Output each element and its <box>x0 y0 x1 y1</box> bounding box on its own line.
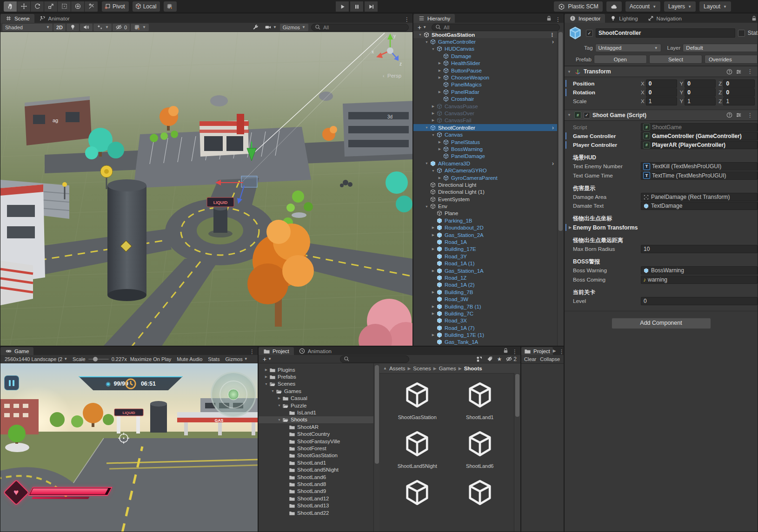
max-born-radius-input[interactable]: 10 <box>641 245 758 253</box>
local-toggle[interactable]: Local <box>133 1 160 12</box>
hierarchy-item-canvasfail[interactable]: ▶CanvasFail <box>413 117 558 124</box>
scroll-up-icon[interactable]: ▲ <box>383 366 387 370</box>
prefab-open-chevron[interactable]: › <box>552 125 554 131</box>
asset-shootland5night[interactable]: ShootLand5Night <box>387 428 447 469</box>
player-controller-object-field[interactable]: #PlayerAR (PlayerController) <box>641 141 758 149</box>
gizmos-dropdown[interactable]: Gizmos ▼ <box>280 24 308 31</box>
hierarchy-item-panelstatus[interactable]: ▶PanelStatus <box>413 138 558 145</box>
expander-icon[interactable]: ▶ <box>430 112 436 115</box>
damage-area-object-field[interactable]: PanelDamage (Rect Transform) <box>641 193 758 201</box>
script-object-field[interactable]: #ShootGame <box>641 123 758 131</box>
hierarchy-item-gamecontroller[interactable]: ▼GameController› <box>413 38 558 45</box>
pivot-toggle[interactable]: Pivot <box>102 1 129 12</box>
hierarchy-item-damage[interactable]: Damage <box>413 53 558 59</box>
transform-scale-y-input[interactable]: 1 <box>685 97 716 105</box>
rotate-tool-button[interactable] <box>31 1 44 12</box>
hierarchy-search-input[interactable]: All <box>432 24 560 31</box>
expander-icon[interactable]: ▶ <box>430 226 436 230</box>
expander-icon[interactable]: ▶ <box>430 247 436 251</box>
expander-icon[interactable]: ▼ <box>424 126 430 129</box>
tag-dropdown[interactable]: Untagged ▼ <box>595 44 661 52</box>
hierarchy-item-plane[interactable]: Plane <box>413 210 558 217</box>
tab-lighting[interactable]: Lighting <box>605 14 642 23</box>
hierarchy-item-buttonpause[interactable]: ▶ButtonPause <box>413 67 558 74</box>
text-game-time-object-field[interactable]: TTextTime (TextMeshProUGUI) <box>641 171 758 180</box>
help-icon[interactable] <box>726 68 733 75</box>
hierarchy-item-panelmagics[interactable]: PanelMagics <box>413 81 558 88</box>
maximize-on-play-toggle[interactable]: Maximize On Play <box>128 355 174 363</box>
search-by-label-icon[interactable] <box>486 355 493 362</box>
hierarchy-item-gas-tank-1a[interactable]: Gas_Tank_1A <box>413 339 558 346</box>
project-tree-scrollbar[interactable] <box>373 363 380 532</box>
asset-partial[interactable] <box>450 477 510 518</box>
hierarchy-item-paneldamage[interactable]: PanelDamage <box>413 153 558 160</box>
asset-shootland1[interactable]: ShootLand1 <box>450 379 510 420</box>
custom-tools-button[interactable] <box>85 1 98 12</box>
shading-mode-dropdown[interactable]: Shaded ▼ <box>2 24 53 31</box>
hierarchy-item-canvasover[interactable]: ▶CanvasOver <box>413 110 558 117</box>
layer-dropdown[interactable]: Default <box>683 44 758 52</box>
rect-tool-button[interactable] <box>58 1 71 12</box>
hierarchy-item-healthslider[interactable]: ▶HealthSlider <box>413 60 558 67</box>
expander-icon[interactable]: ▼ <box>430 47 436 51</box>
tab-game[interactable]: Game <box>0 347 33 355</box>
static-checkbox[interactable] <box>738 30 745 37</box>
tab-hierarchy[interactable]: Hierarchy <box>413 14 455 23</box>
pause-button[interactable] <box>350 1 363 12</box>
expander-icon[interactable]: ▶ <box>263 375 269 379</box>
transform-rotation-z-input[interactable]: 0 <box>723 88 755 97</box>
hierarchy-item-chooseweapon[interactable]: ▶ChooseWeapon <box>413 74 558 81</box>
transform-rotation-x-input[interactable]: 0 <box>646 88 677 97</box>
expander-icon[interactable]: ▶ <box>437 176 443 180</box>
scene-audio-toggle[interactable] <box>80 24 93 31</box>
grid-visibility-dropdown[interactable]: ▼ <box>131 24 149 31</box>
hierarchy-item-canvaspuase[interactable]: ▶CanvasPuase <box>413 103 558 110</box>
step-button[interactable] <box>365 1 378 12</box>
object-name-field[interactable]: ShootController <box>596 28 735 38</box>
lock-icon[interactable] <box>751 15 758 22</box>
expander-icon[interactable]: ▼ <box>270 389 276 393</box>
expander-icon[interactable]: ▶ <box>437 76 443 79</box>
2d-toggle[interactable]: 2D <box>53 24 66 31</box>
stats-toggle[interactable]: Stats <box>206 355 222 363</box>
tab-inspector[interactable]: Inspector <box>565 14 605 23</box>
prefab-select-button[interactable]: Select <box>649 55 702 64</box>
assets-scrollbar[interactable] <box>514 373 520 532</box>
hierarchy-item-gas-station-2a[interactable]: ▶Gas_Station_2A <box>413 231 558 238</box>
expander-icon[interactable]: ▼ <box>276 404 282 407</box>
hierarchy-item-building-7b-1[interactable]: ▶Building_7B (1) <box>413 303 558 310</box>
folder-island1[interactable]: IsLand1 <box>259 409 373 416</box>
prefab-open-chevron[interactable]: › <box>552 160 554 167</box>
clear-button[interactable]: Clear <box>524 356 536 362</box>
expander-icon[interactable]: ▶ <box>263 368 269 372</box>
hierarchy-item-road-3x[interactable]: Road_3X <box>413 317 558 324</box>
layers-dropdown[interactable]: Layers ▼ <box>664 1 696 12</box>
tab-animator[interactable]: Animator <box>34 14 74 23</box>
folder-shootcountry[interactable]: ShootCountry <box>259 431 373 438</box>
expander-icon[interactable]: ▼ <box>263 382 269 386</box>
expander-icon[interactable]: ▼ <box>276 418 282 421</box>
hierarchy-item-crosshair[interactable]: Crosshair <box>413 96 558 103</box>
hierarchy-item-shootgasstation[interactable]: ▼ShootGasStation⋮ <box>413 31 558 38</box>
component-menu-icon[interactable]: ⋮ <box>745 68 756 75</box>
folder-shootland8[interactable]: ShootLand8 <box>259 480 373 487</box>
hierarchy-item-bosswarning[interactable]: ▶BossWarning <box>413 145 558 152</box>
hierarchy-item-directional-light[interactable]: Directional Light <box>413 181 558 188</box>
play-button[interactable] <box>336 1 349 12</box>
hud-pause-button[interactable] <box>4 375 19 390</box>
scene-search-input[interactable]: All <box>311 24 409 31</box>
mute-audio-toggle[interactable]: Mute Audio <box>174 355 205 363</box>
hierarchy-scrollbar[interactable] <box>557 31 564 346</box>
transform-position-x-input[interactable]: 0 <box>646 79 677 88</box>
scene-tools-button[interactable] <box>250 24 261 31</box>
hierarchy-item-gas-station-1a[interactable]: ▶Gas_Station_1A <box>413 267 558 274</box>
expander-icon[interactable]: ▼ <box>424 205 430 208</box>
expander-icon[interactable]: ▶ <box>430 269 436 273</box>
script-component-header[interactable]: ▼ # ✓ Shoot Game (Script) ⋮ <box>565 110 758 121</box>
hierarchy-item-directional-light-1[interactable]: Directional Light (1) <box>413 189 558 196</box>
expander-icon[interactable]: ▶ <box>430 333 436 337</box>
prefab-open-chevron[interactable]: › <box>552 39 554 45</box>
preset-icon[interactable] <box>735 68 742 75</box>
foldout-icon[interactable]: ▼ <box>566 70 572 74</box>
move-tool-button[interactable] <box>17 1 30 12</box>
